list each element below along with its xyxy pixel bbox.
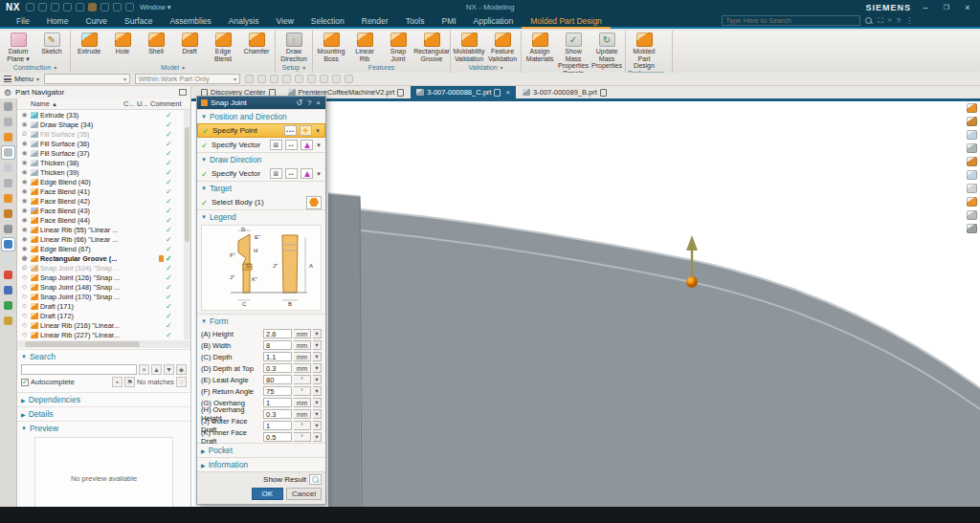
dialog-titlebar[interactable]: Snap Joint ↺ ? ×: [197, 97, 325, 109]
restore-button[interactable]: ❐: [940, 2, 953, 12]
target-section[interactable]: ▼Target: [197, 182, 325, 195]
more-options-icon[interactable]: ⋮: [905, 16, 913, 25]
value-input[interactable]: 75: [263, 386, 292, 396]
visibility-toggle-icon[interactable]: ◉: [20, 207, 29, 214]
help-icon[interactable]: ?: [897, 16, 901, 25]
visibility-toggle-icon[interactable]: ◉: [20, 120, 29, 128]
unit-field[interactable]: mm: [294, 352, 311, 361]
show-mass-properties-button[interactable]: ✓Show Mass Properties Panels: [557, 32, 590, 76]
selection-toolbar-icons[interactable]: [245, 75, 353, 83]
window-menu[interactable]: Window ▾: [140, 3, 171, 11]
point-constructor-icon[interactable]: ✛: [300, 125, 312, 136]
search-input[interactable]: [21, 364, 137, 375]
formula-dropdown-icon[interactable]: ▼: [313, 329, 322, 338]
position-direction-section[interactable]: ▼Position and Direction: [197, 110, 325, 123]
formula-dropdown-icon[interactable]: ▼: [313, 409, 322, 419]
sphere-icon[interactable]: [2, 223, 14, 235]
reuse-library-icon[interactable]: [2, 177, 14, 189]
feature-draft-icon[interactable]: [967, 210, 977, 220]
visibility-toggle-icon[interactable]: ◇: [20, 321, 29, 329]
visibility-toggle-icon[interactable]: ◉: [20, 245, 29, 252]
shell-button[interactable]: Shell: [140, 32, 172, 55]
tree-row-thicken-38[interactable]: ◉Thicken (38)✓: [17, 158, 190, 167]
close-tab-icon[interactable]: ×: [505, 88, 510, 97]
vector-icon[interactable]: [301, 140, 313, 150]
draw-direction-button[interactable]: ↑Draw Direction: [278, 32, 310, 62]
undock-panel-icon[interactable]: [179, 89, 187, 96]
assign-materials-button[interactable]: Assign Materials: [523, 32, 556, 62]
vector-dialog-icon[interactable]: ••: [285, 140, 298, 150]
search-section-header[interactable]: ▼Search: [17, 349, 190, 363]
tree-row-thicken-39[interactable]: ◉Thicken (39)✓: [17, 167, 190, 177]
value-input[interactable]: 80: [263, 375, 292, 384]
unit-field[interactable]: °: [294, 432, 311, 442]
ribbon-tab-molded-part-design[interactable]: Molded Part Design: [522, 15, 611, 29]
feature-blend-icon[interactable]: [967, 224, 977, 233]
tree-row-fill-surface-36[interactable]: ◉Fill Surface (36)✓: [17, 139, 190, 148]
ribbon-tab-file[interactable]: File: [8, 15, 38, 27]
minimize-ribbon-icon[interactable]: ^: [888, 16, 892, 25]
formula-dropdown-icon[interactable]: ▼: [313, 398, 322, 407]
formula-dropdown-icon[interactable]: ▼: [313, 432, 322, 442]
visibility-toggle-icon[interactable]: ◇: [20, 302, 29, 310]
autocomplete-checkbox[interactable]: ✓: [21, 379, 29, 386]
hole-button[interactable]: Hole: [106, 32, 139, 55]
ribbon-tab-application[interactable]: Application: [465, 15, 523, 27]
vector-options-dropdown[interactable]: ▼: [316, 142, 322, 148]
visibility-toggle-icon[interactable]: ◉: [20, 168, 29, 176]
moldability-validation-button[interactable]: Moldability Validation: [453, 32, 485, 62]
gear-icon[interactable]: ⚙: [4, 88, 11, 98]
show-result-button[interactable]: [309, 474, 322, 485]
tree-row-extrude-33[interactable]: ◉Extrude (33)✓: [17, 110, 190, 120]
search-go-icon[interactable]: ◌: [176, 377, 187, 387]
tree-row-face-blend-43[interactable]: ◉Face Blend (43)✓: [17, 206, 190, 215]
reset-icon[interactable]: ↺: [295, 98, 303, 107]
update-mass-properties-button[interactable]: ↻Update Mass Properties: [590, 32, 623, 70]
unit-field[interactable]: mm: [294, 398, 311, 407]
vector-options-dropdown[interactable]: ▼: [316, 171, 322, 177]
feature-rib-icon[interactable]: [967, 157, 977, 166]
value-input[interactable]: 0.5: [263, 432, 292, 442]
tree-row-rectangular-groove[interactable]: ◉Rectangular Groove (...✓: [17, 253, 190, 263]
point-dialog-icon[interactable]: •••: [284, 125, 297, 136]
command-search-input[interactable]: [722, 15, 860, 26]
visibility-toggle-icon[interactable]: ◉: [20, 140, 29, 147]
tree-row-snap-joint-104-snap[interactable]: ∅Snap Joint (104) "Snap ...✓: [17, 263, 190, 272]
visual-reports-icon[interactable]: [2, 207, 14, 220]
ribbon-group-label[interactable]: Validation▾: [453, 62, 519, 73]
vector-inferred-icon[interactable]: ⊠: [270, 140, 282, 150]
ribbon-group-label[interactable]: Construction▾: [2, 62, 68, 73]
tree-row-draft-171[interactable]: ◇Draft (171)✓: [17, 301, 190, 311]
formula-dropdown-icon[interactable]: ▼: [313, 352, 322, 361]
unit-field[interactable]: mm: [294, 363, 311, 373]
menu-button[interactable]: Menu▾: [4, 75, 39, 83]
rectangular-groove-button[interactable]: Rectangular Groove: [415, 32, 448, 62]
draft-button[interactable]: Draft: [173, 32, 206, 55]
snap-joint-button[interactable]: Snap Joint: [382, 32, 414, 62]
formula-dropdown-icon[interactable]: ▼: [313, 375, 322, 384]
select-body-row[interactable]: ✓Select Body (1): [197, 195, 325, 209]
minimize-button[interactable]: –: [919, 2, 932, 12]
formula-dropdown-icon[interactable]: ▼: [313, 340, 322, 350]
dialog-close-icon[interactable]: ×: [315, 98, 322, 107]
form-section[interactable]: ▼Form: [197, 315, 325, 328]
close-button[interactable]: ×: [961, 2, 974, 12]
unit-field[interactable]: mm: [294, 329, 311, 338]
linear-rib-button[interactable]: Linear Rib: [348, 32, 381, 62]
visibility-toggle-icon[interactable]: ◉: [20, 254, 29, 262]
information-section[interactable]: ▶Information: [197, 458, 325, 471]
touch-icon[interactable]: [113, 3, 122, 11]
formula-dropdown-icon[interactable]: ▼: [313, 386, 322, 396]
visibility-toggle-icon[interactable]: ◇: [20, 331, 29, 338]
touch-mode-icon[interactable]: [2, 299, 14, 312]
formula-dropdown-icon[interactable]: ▼: [313, 421, 322, 430]
tree-horizontal-scrollbar[interactable]: [17, 340, 190, 348]
visibility-toggle-icon[interactable]: ◉: [20, 149, 29, 157]
web-browser-icon[interactable]: [2, 238, 14, 251]
draw-direction-section[interactable]: ▼Draw Direction: [197, 153, 325, 166]
handles-icon[interactable]: [2, 315, 14, 327]
dependencies-section-header[interactable]: ▶Dependencies: [17, 392, 190, 406]
value-input[interactable]: 2.6: [263, 329, 292, 338]
visibility-toggle-icon[interactable]: ◉: [20, 197, 29, 205]
formula-dropdown-icon[interactable]: ▼: [313, 363, 322, 373]
